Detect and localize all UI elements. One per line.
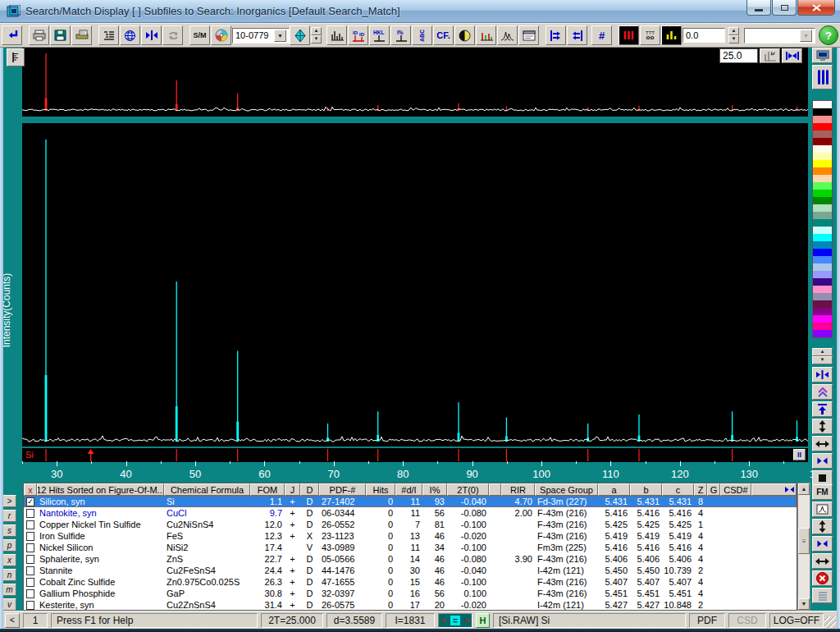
palette-swatch[interactable]	[813, 131, 832, 138]
page-up-button[interactable]	[812, 384, 833, 400]
palette-swatch[interactable]	[813, 204, 832, 212]
expand-vertical-button[interactable]	[812, 419, 833, 434]
column-header-d[interactable]: D	[300, 483, 319, 496]
column-header-sp[interactable]	[489, 483, 501, 496]
profile-fit-button[interactable]	[497, 25, 518, 45]
close-button[interactable]	[797, 0, 835, 16]
palette-swatch[interactable]	[813, 286, 832, 293]
scrollbar-thumb[interactable]: ≡	[798, 528, 810, 554]
minimize-button[interactable]	[746, 0, 771, 16]
side-tab-v[interactable]: v	[2, 598, 16, 611]
table-row[interactable]: Nickel SiliconNiSi217.4V43-098901134-0.1…	[24, 542, 797, 553]
palette-swatch[interactable]	[813, 330, 832, 337]
align-right-button[interactable]	[567, 25, 587, 45]
row-checkbox[interactable]	[26, 566, 34, 575]
expand-horizontal-button[interactable]	[812, 367, 833, 382]
phase-combobox[interactable]: ▼	[744, 28, 815, 44]
palette-swatch[interactable]	[813, 293, 832, 300]
table-row[interactable]: Gallium PhosphideGaP30.8+D32-0397016560.…	[24, 588, 797, 599]
maximize-button[interactable]	[772, 0, 797, 16]
row-checkbox[interactable]	[26, 555, 34, 564]
search-match-button[interactable]: S/M	[189, 25, 210, 45]
hkl-labels-button[interactable]: HKL	[369, 25, 390, 45]
side-tab-n[interactable]: n	[2, 569, 16, 581]
offset-down-icon[interactable]: ▼	[728, 35, 739, 44]
palette-swatch[interactable]	[813, 249, 832, 256]
split-view-button[interactable]	[812, 536, 833, 552]
palette-swatch[interactable]	[813, 138, 832, 145]
pdf-card-combobox[interactable]: 10-0779▼	[232, 28, 290, 44]
palette-down-icon[interactable]: ▼	[812, 356, 833, 364]
cdrom-button[interactable]	[211, 25, 231, 45]
cancel-button[interactable]	[812, 570, 833, 586]
column-header-pdf[interactable]: PDF-#	[319, 483, 366, 496]
column-header-j[interactable]: J	[285, 483, 300, 496]
zoom-vertical-button[interactable]	[812, 519, 833, 534]
colored-sticks-button[interactable]	[476, 25, 496, 45]
id-labels-button[interactable]: IDID	[348, 25, 368, 45]
column-header-hits[interactable]: Hits	[366, 483, 395, 496]
side-tab-m[interactable]: m	[2, 584, 16, 596]
csd-toggle[interactable]: CSD	[728, 613, 766, 628]
column-header-ipct[interactable]: I%	[422, 483, 447, 496]
palette-swatch[interactable]	[813, 219, 832, 227]
table-row[interactable]: Nantokite, synCuCl9.7+D06-034401156-0.08…	[24, 507, 797, 519]
save-button[interactable]	[50, 25, 71, 45]
side-tab-x[interactable]: x	[2, 554, 16, 566]
titlebar[interactable]: Search/Match Display [ ] Subfiles to Sea…	[0, 0, 840, 23]
palette-swatch[interactable]	[813, 160, 832, 167]
column-header-b[interactable]: b	[630, 483, 662, 496]
row-checkbox[interactable]	[26, 589, 34, 598]
compare-greater-button[interactable]: >	[464, 616, 469, 625]
side-tab-r[interactable]: r	[2, 510, 16, 522]
row-back-button[interactable]: <	[5, 613, 20, 628]
column-header-fom[interactable]: FOM	[250, 483, 285, 496]
combo-dropdown-icon[interactable]: ▼	[800, 30, 812, 42]
column-header-sg[interactable]: Space Group	[535, 483, 598, 496]
column-header-name[interactable]: 12 Hits Sorted on Figure-Of-M...	[37, 483, 164, 496]
column-header-rir[interactable]: RIR	[501, 483, 535, 496]
column-header-t2[interactable]: 2T(0)	[447, 483, 489, 496]
palette-swatch[interactable]	[813, 278, 832, 286]
palette-swatch[interactable]	[813, 175, 832, 182]
table-row[interactable]: Kesterite, synCu2ZnSnS431.4+D26-05750172…	[24, 599, 797, 611]
palette-swatch[interactable]	[813, 101, 832, 108]
column-header-csd[interactable]: CSD#	[720, 483, 751, 496]
palette-swatch[interactable]	[813, 153, 832, 160]
row-checkbox[interactable]	[26, 532, 34, 541]
table-row[interactable]: Cobalt Zinc SulfideZn0.975Co0.025S26.3+D…	[24, 576, 797, 588]
column-header-c[interactable]: c	[662, 483, 694, 496]
apply-button[interactable]	[2, 25, 22, 45]
compare-less-button[interactable]: <	[441, 616, 445, 625]
gem-view-button[interactable]	[290, 25, 310, 45]
side-tab-next[interactable]: >	[2, 495, 16, 507]
palette-swatch[interactable]	[813, 271, 832, 278]
card-stepper[interactable]: ▲▼	[311, 27, 322, 44]
refresh-button[interactable]	[162, 25, 183, 45]
row-checkbox[interactable]: ✓	[26, 497, 34, 506]
row-checkbox[interactable]	[26, 543, 34, 552]
offset-field[interactable]: 0.0	[682, 28, 725, 43]
combo-dropdown-icon[interactable]: ▼	[274, 30, 286, 42]
resize-grip[interactable]	[824, 616, 836, 628]
side-tab-p[interactable]: p	[2, 539, 16, 552]
help-button[interactable]: ?	[819, 25, 838, 45]
split-horizontal-button[interactable]	[812, 453, 833, 469]
pdf-stick-band[interactable]: Si II	[22, 448, 808, 462]
main-xrd-chart[interactable]	[22, 123, 808, 447]
intensity-labels-button[interactable]: I%	[390, 25, 411, 45]
palette-swatch[interactable]	[813, 227, 832, 234]
stepper-down-icon[interactable]: ▼	[311, 35, 322, 44]
palette-swatch[interactable]	[813, 145, 832, 153]
palette-swatch[interactable]	[813, 190, 832, 197]
palette-swatch[interactable]	[813, 323, 832, 330]
palette-swatch[interactable]	[813, 182, 832, 190]
table-scrollbar[interactable]: ▲ ≡ ▼	[797, 483, 810, 611]
profile-window-button[interactable]	[812, 501, 833, 517]
theta-d-toggle-button[interactable]: TTToo	[640, 25, 660, 45]
row-checkbox[interactable]	[26, 578, 34, 587]
palette-up-icon[interactable]: ▲	[812, 348, 833, 356]
row-checkbox[interactable]	[26, 509, 34, 518]
palette-swatch[interactable]	[813, 116, 832, 123]
palette-stepper[interactable]: ▲▼	[812, 348, 833, 364]
